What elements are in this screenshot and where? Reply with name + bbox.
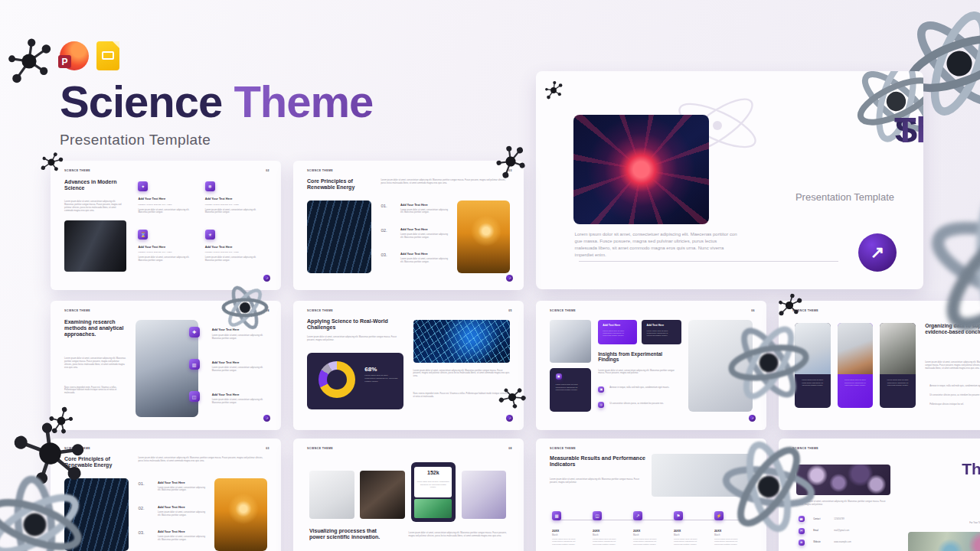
list-number: 01. xyxy=(381,204,387,208)
list-title: Add Your Text Here xyxy=(158,530,185,533)
flasks-image xyxy=(309,471,354,519)
list-body: Lorem ipsum dolor sit amet, consectetuer… xyxy=(158,536,206,542)
timeline-text: Lorem ipsum dolor sit amet, consectetuer… xyxy=(633,538,664,546)
slide-label: SCIENCE THEME xyxy=(550,447,576,450)
slide-thumbnail-visualizing[interactable]: SCIENCE THEME08 152k Lorem ipsum dolor s… xyxy=(293,439,524,551)
slide-body-text: Lorem ipsum dolor sit amet, consectetuer… xyxy=(550,478,642,484)
slide-body-text: Lorem ipsum dolor sit amet, consectetuer… xyxy=(381,179,510,185)
molecule-decoration xyxy=(544,80,564,100)
green-microscope-image xyxy=(414,499,452,518)
arrow-ne-icon: ↗ xyxy=(508,276,511,280)
solar-panel-image xyxy=(307,201,371,273)
molecule-decoration xyxy=(774,290,804,320)
timeline-year: 20XX xyxy=(714,530,721,533)
accent-card-body: Lorem ipsum dolor sit amet, consectetuer… xyxy=(603,330,632,337)
slide-label: SCIENCE THEME xyxy=(307,169,333,172)
next-button: ↗ xyxy=(506,275,513,282)
slide-body-text: Lorem ipsum dolor sit amet, consectetuer… xyxy=(138,457,267,463)
slide-title-text: Measurable Results and Performance Indic… xyxy=(550,455,646,468)
slide-title-text: Core Principles of Renewable Energy xyxy=(307,178,376,191)
flag-icon: ⚑ xyxy=(674,511,683,520)
stat-value: 68% xyxy=(364,366,377,373)
slide-page-number: 03 xyxy=(266,447,270,450)
feature-title: Add Your Text Here xyxy=(138,245,165,249)
feature-body: Lorem ipsum dolor sit amet, consectetuer… xyxy=(205,256,260,262)
stat-value: 152k xyxy=(411,470,456,475)
globe-icon: ⊕ xyxy=(799,540,805,546)
timeline-year: 20XX xyxy=(633,530,640,533)
slide-page-number: 02 xyxy=(266,169,270,172)
contact-label: Email xyxy=(813,530,818,533)
bullet-text: Ut consectetur ultricies purus, ac inter… xyxy=(929,394,980,397)
slide-thumbnail-advances[interactable]: SCIENCE THEME02 Advances in Modern Scien… xyxy=(51,161,281,290)
feature-body: Lorem ipsum dolor sit amet, consectetuer… xyxy=(205,209,260,215)
slide-thumbnail-title[interactable]: Science Theme Presentation Template Lore… xyxy=(536,71,923,289)
timeline-year: 20XX xyxy=(593,530,599,533)
arrow-ne-icon: ↗ xyxy=(266,416,268,420)
page-title: Science Theme xyxy=(60,80,373,124)
arrow-ne-icon: ↗ xyxy=(870,243,884,262)
arrow-ne-icon: ↗ xyxy=(508,416,511,420)
timeline-item: ↗ 20XX March Lorem ipsum dolor sit amet,… xyxy=(633,511,667,551)
slide-thumbnail-renewable[interactable]: SCIENCE THEME03 Core Principles of Renew… xyxy=(293,161,524,290)
arrow-button: ↗ xyxy=(858,233,897,272)
timeline-month: March xyxy=(674,534,679,536)
slide-page-number: 05 xyxy=(508,309,512,312)
list-number: 02. xyxy=(381,228,387,233)
circuit-board-image xyxy=(880,323,916,374)
list-body: Lorem ipsum dolor sit amet, consectetuer… xyxy=(400,233,449,240)
trend-icon: ↗ xyxy=(633,511,642,520)
accent-card-title: Add Text Here xyxy=(603,324,620,327)
microscope-image xyxy=(462,471,507,519)
bullet-text: Pellentesque ultricies tristique leo vel… xyxy=(929,403,980,406)
feature-caption: LOREM IPSUM DOLOR SIT AMET xyxy=(205,251,239,253)
feature-title: Add Your Text Here xyxy=(205,197,233,201)
you-line: You xyxy=(906,477,980,492)
list-title: Add Your Text Here xyxy=(158,481,185,484)
slide-label: SCIENCE THEME xyxy=(64,169,90,172)
list-title: Add Your Text Here xyxy=(400,227,428,231)
bulb-icon: ☀ xyxy=(205,230,215,240)
point-body: Lorem ipsum dolor sit amet, consectetuer… xyxy=(212,399,267,405)
timeline-month: March xyxy=(552,534,557,536)
stat-card: 152k Lorem ipsum dolor sit amet, consect… xyxy=(411,462,456,522)
info-card-body: Lorem ipsum dolor sit amet, consectetuer… xyxy=(556,383,586,391)
sunset-solar-image xyxy=(214,478,267,551)
timeline-month: March xyxy=(714,534,720,536)
stat-caption: Lorem ipsum dolor sit amet, consectetuer… xyxy=(364,374,399,383)
powerpoint-badge: P xyxy=(58,55,71,68)
dark-card-body: Lorem ipsum dolor sit amet, consectetuer… xyxy=(646,330,676,337)
list-number: 03. xyxy=(138,530,144,535)
molecule-decoration xyxy=(5,37,54,86)
point-title: Add Your Text Here xyxy=(212,393,240,396)
thank-line: Thank xyxy=(906,461,980,477)
slide-label: SCIENCE THEME xyxy=(307,447,333,450)
doc-icon: ▣ xyxy=(556,373,562,380)
list-number: 02. xyxy=(138,506,144,510)
bullet-text: Aenean in neque, nulla sed mole quis, co… xyxy=(929,385,980,388)
divider xyxy=(579,261,838,262)
contact-value: 123456789 xyxy=(834,518,844,521)
slide-label: SCIENCE THEME xyxy=(550,309,576,312)
slide-body-text: Lorem ipsum dolor sit amet, consectetuer… xyxy=(575,231,738,259)
doc-icon: ▣ xyxy=(598,386,604,393)
point-body: Lorem ipsum dolor sit amet, consectetuer… xyxy=(212,367,267,373)
list-body: Lorem ipsum dolor sit amet, consectetuer… xyxy=(400,258,449,264)
list-number: 01. xyxy=(138,481,144,486)
timeline-text: Lorem ipsum dolor sit amet, consectetuer… xyxy=(674,538,704,546)
slide-body-text: Lorem ipsum dolor sit amet, consectetuer… xyxy=(64,201,124,213)
list-title: Add Your Text Here xyxy=(400,252,428,256)
iridescent-image xyxy=(908,532,980,551)
page-title-primary: Science xyxy=(60,77,222,126)
photo-card: Lorem ipsum dolor sit amet, consectetuer… xyxy=(880,323,916,409)
slide-subtitle: Presentation Template xyxy=(795,191,894,203)
robot-arm-image xyxy=(64,220,126,272)
feature-caption: LOREM IPSUM DOLOR SIT AMET xyxy=(138,204,172,206)
slide-title-text: Applying Science to Real-World Challenge… xyxy=(307,318,394,331)
network-image xyxy=(413,320,510,363)
page-title-secondary: Theme xyxy=(234,77,373,126)
photo-card-text: Lorem ipsum dolor sit amet, consectetuer… xyxy=(883,379,913,386)
slide-body-text: Lorem ipsum dolor sit amet, consectetuer… xyxy=(409,532,510,538)
next-button: ↗ xyxy=(506,415,513,422)
slide-thumbnail-applying[interactable]: SCIENCE THEME05 Applying Science to Real… xyxy=(293,301,524,430)
